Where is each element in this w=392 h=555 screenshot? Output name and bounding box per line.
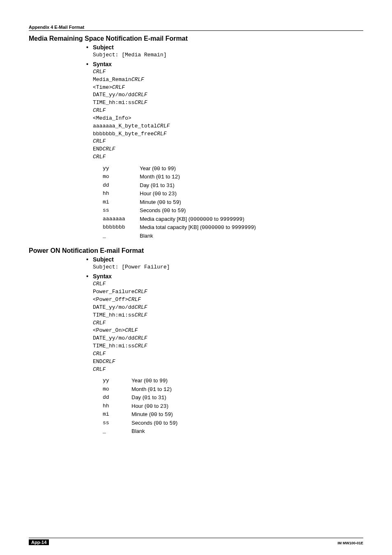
desc-row: moMonth (01 to 12) (103, 173, 363, 181)
desc-row: aaaaaaaMedia capacity [KB] (0000000 to 9… (103, 215, 363, 224)
desc-row: _Blank (103, 427, 363, 435)
desc-row: yyYear (00 to 99) (103, 377, 363, 385)
desc-row: ssSeconds (00 to 59) (103, 419, 363, 428)
desc-row: miMinute (00 to 59) (103, 198, 363, 207)
section2-title: Power ON Notification E-mail Format (29, 247, 363, 254)
syntax-heading-1: •Syntax (86, 61, 363, 67)
subject-line-2: Subject: [Power Failure] (93, 264, 363, 271)
subject-heading-1: •Subject (86, 44, 363, 51)
desc-table-1: yyYear (00 to 99)moMonth (01 to 12)ddDay… (103, 164, 363, 240)
desc-row: ddDay (01 to 31) (103, 393, 363, 402)
desc-row: hhHour (00 to 23) (103, 190, 363, 198)
desc-row: _Blank (103, 232, 363, 240)
desc-row: ssSeconds (00 to 59) (103, 206, 363, 215)
desc-table-2: yyYear (00 to 99)moMonth (01 to 12)ddDay… (103, 377, 363, 435)
syntax-block-1: CRLFMedia_RemainCRLF<Time>CRLFDATE_yy/mo… (93, 68, 363, 161)
desc-row: ddDay (01 to 31) (103, 181, 363, 190)
doc-id: IM MW100-01E (337, 541, 363, 545)
syntax-block-2: CRLFPower_FailureCRLF<Power_Off>CRLFDATE… (93, 280, 363, 373)
desc-row: bbbbbbbMedia total capacity [KB] (000000… (103, 223, 363, 232)
page-footer: App-14 IM MW100-01E (29, 538, 363, 545)
page-number: App-14 (29, 539, 49, 545)
subject-heading-2: •Subject (86, 256, 363, 263)
syntax-heading-2: •Syntax (86, 273, 363, 280)
section1-title: Media Remaining Space Notification E-mai… (29, 35, 363, 42)
desc-row: moMonth (01 to 12) (103, 385, 363, 394)
desc-row: miMinute (00 to 59) (103, 410, 363, 419)
desc-row: yyYear (00 to 99) (103, 164, 363, 173)
subject-line-1: Subject: [Media Remain] (93, 51, 363, 59)
desc-row: hhHour (00 to 23) (103, 402, 363, 411)
running-header: Appendix 4 E-Mail Format (29, 25, 363, 31)
